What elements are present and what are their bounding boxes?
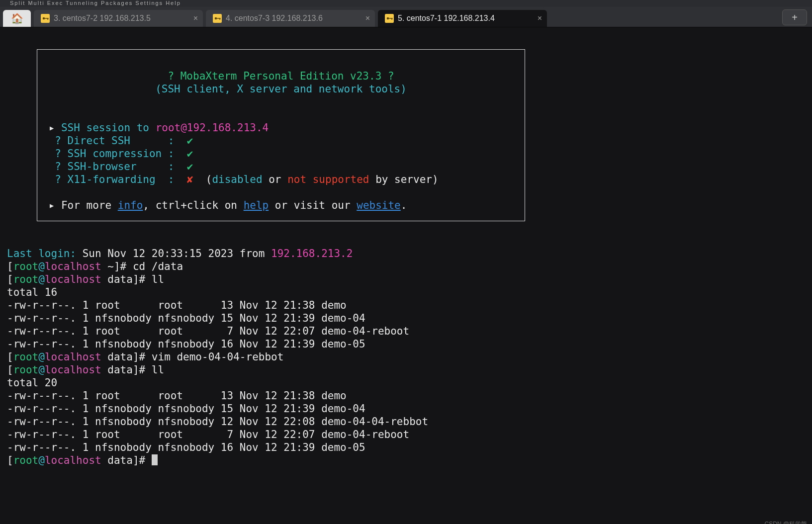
direct-ssh-label: ? Direct SSH : [42,135,187,147]
prompt-user: root [13,351,39,363]
info-link[interactable]: info [118,199,143,211]
prompt-at: @ [38,261,45,272]
tab-label: 3. centos7-2 192.168.213.5 [54,14,151,23]
prompt-dir: data]# [101,351,152,363]
ssh-compression-label: ? SSH compression : [42,148,187,160]
x11-open: ( [193,174,212,185]
ll-row: -rw-r--r--. 1 nfsnobody nfsnobody 16 Nov… [7,441,365,453]
prompt-host: localhost [45,351,101,363]
prompt-dir: ~]# [101,261,133,272]
prompt-user: root [13,364,39,376]
prompt-open: [ [7,351,13,363]
cmd-cd: cd /data [133,261,183,272]
tab-centos7-1[interactable]: 5. centos7-1 192.168.213.4 × [378,10,547,27]
cross-icon: ✘ [187,174,193,185]
close-icon[interactable]: × [538,14,542,23]
arrow-icon: ▸ [49,199,55,211]
svg-point-1 [43,17,45,20]
prompt-dir: data]# [101,273,152,285]
svg-point-5 [215,17,217,20]
ll-row: -rw-r--r--. 1 root root 13 Nov 12 21:38 … [7,299,347,311]
check-icon: ✔ [187,135,193,147]
x11-or: or [263,174,288,185]
last-login-ip: 192.168.213.2 [271,248,353,260]
prompt-host: localhost [45,261,101,272]
new-tab-button[interactable]: + [782,9,807,25]
check-icon: ✔ [187,148,193,160]
prompt-user: root [13,454,39,466]
ll-row: -rw-r--r--. 1 nfsnobody nfsnobody 12 Nov… [7,416,428,428]
prompt-host: localhost [45,273,101,285]
banner-subtitle: (SSH client, X server and network tools) [155,83,407,95]
help-link[interactable]: help [244,199,269,211]
ll-total: total 20 [7,377,57,389]
x11-disabled: disabled [212,174,262,185]
ll-row: -rw-r--r--. 1 root root 7 Nov 12 22:07 d… [7,325,409,337]
for-more: For more [61,199,118,211]
home-icon: 🏠 [11,12,23,24]
dot: . [401,199,407,211]
svg-point-9 [387,17,389,20]
prompt-user: root [13,261,39,272]
check-icon: ✔ [187,161,193,173]
tab-label: 5. centos7-1 192.168.213.4 [398,14,495,23]
ll-row: -rw-r--r--. 1 nfsnobody nfsnobody 15 Nov… [7,403,365,415]
prompt-open: [ [7,273,13,285]
key-icon [213,14,222,23]
website-link[interactable]: website [357,199,401,211]
tab-centos7-3[interactable]: 4. centos7-3 192.168.213.6 × [206,10,375,27]
tab-label: 4. centos7-3 192.168.213.6 [226,14,323,23]
banner-title: ? MobaXterm Personal Edition v23.3 ? [168,70,394,82]
ll-row: -rw-r--r--. 1 nfsnobody nfsnobody 16 Nov… [7,338,365,350]
prompt-at: @ [38,364,45,376]
prompt-dir: data]# [101,364,152,376]
last-login-label: Last login: [7,248,76,260]
tab-centos7-2[interactable]: 3. centos7-2 192.168.213.5 × [34,10,203,27]
ll-row: -rw-r--r--. 1 root root 13 Nov 12 21:38 … [7,390,347,402]
ssh-session-label: SSH session to [61,122,156,134]
prompt-host: localhost [45,454,101,466]
prompt-open: [ [7,261,13,272]
close-icon[interactable]: × [193,14,198,23]
close-icon[interactable]: × [365,14,370,23]
prompt-user: root [13,273,39,285]
last-login-time: Sun Nov 12 20:33:15 2023 from [76,248,271,260]
tab-bar: 🏠 3. centos7-2 192.168.213.5 × 4. centos… [0,7,812,27]
prompt-open: [ [7,364,13,376]
tab-home[interactable]: 🏠 [3,10,31,27]
prompt-host: localhost [45,364,101,376]
terminal[interactable]: ? MobaXterm Personal Edition v23.3 ? (SS… [0,27,812,524]
or-visit: or visit our [269,199,357,211]
ll-row: -rw-r--r--. 1 root root 7 Nov 12 22:07 d… [7,429,409,440]
plus-icon: + [792,12,798,23]
svg-rect-3 [48,18,49,20]
menubar: Split Multi Exec Tunneling Packages Sett… [0,0,812,7]
ssh-browser-label: ? SSH-browser : [42,161,187,173]
prompt-at: @ [38,351,45,363]
key-icon [41,14,50,23]
ctrl-text: , ctrl+click on [143,199,243,211]
ll-row: -rw-r--r--. 1 nfsnobody nfsnobody 15 Nov… [7,312,365,324]
motd-banner: ? MobaXterm Personal Edition v23.3 ? (SS… [37,49,525,221]
svg-rect-11 [392,18,393,20]
ssh-target: root@192.168.213.4 [156,122,269,134]
x11-forwarding-label: ? X11-forwarding : [42,174,187,185]
cmd-vim: vim demo-04-04-rebbot [152,351,284,363]
watermark: CSDN @科学熊 [764,518,807,524]
prompt-at: @ [38,273,45,285]
x11-not-supported: not supported [287,174,369,185]
key-icon [385,14,394,23]
x11-tail: by server) [369,174,439,185]
arrow-icon: ▸ [49,122,55,134]
cursor [152,454,158,465]
cmd-ll: ll [152,273,164,285]
ll-total: total 16 [7,286,57,298]
cmd-ll: ll [152,364,164,376]
prompt-open: [ [7,454,13,466]
svg-rect-7 [220,18,221,20]
prompt-dir: data]# [101,454,152,466]
prompt-at: @ [38,454,45,466]
